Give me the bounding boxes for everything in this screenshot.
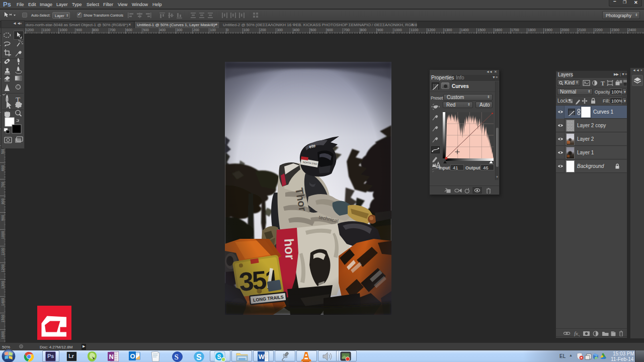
svg-text:W: W	[259, 353, 265, 360]
svg-text:S: S	[217, 353, 221, 360]
svg-text:N: N	[109, 353, 114, 360]
svg-text:S: S	[196, 353, 202, 361]
svg-text:T: T	[601, 80, 605, 87]
svg-text:fx: fx	[574, 330, 578, 336]
svg-text:S: S	[175, 353, 179, 361]
svg-text:O: O	[130, 352, 135, 360]
